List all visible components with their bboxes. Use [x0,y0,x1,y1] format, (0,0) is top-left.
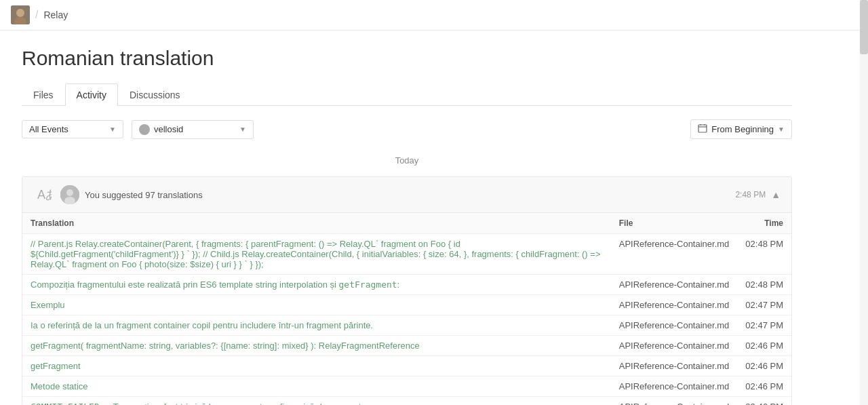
file-cell: APIReference-Container.md [611,377,738,397]
scrollbar-track[interactable] [860,0,868,405]
tab-files[interactable]: Files [22,83,65,106]
activity-user-avatar [60,185,79,204]
translation-link[interactable]: Metode statice [31,381,88,391]
file-cell: APIReference-Container.md [611,295,738,315]
from-filter[interactable]: From Beginning ▼ [690,119,792,139]
date-separator: Today [22,155,792,166]
svg-point-9 [66,189,73,196]
translation-link[interactable]: getFragment [31,361,81,371]
translation-cell[interactable]: getFragment( fragmentName: string, varia… [22,336,611,356]
table-row: Compoziția fragmentului este realizată p… [22,275,791,295]
time-cell: 02:47 PM [737,295,791,315]
scrollbar-thumb[interactable] [860,0,868,54]
file-cell: APIReference-Container.md [611,356,738,377]
breadcrumb-relay[interactable]: Relay [43,9,68,20]
activity-summary: You suggested 97 translations [85,190,735,200]
filters-row: All Events ▼ vellosid ▼ [22,119,792,139]
col-file: File [611,213,738,234]
translations-table: Translation File Time // Parent.js Relay… [22,213,791,405]
col-time: Time [737,213,791,234]
table-row: getFragment( fragmentName: string, varia… [22,336,791,356]
page-title: Romanian translation [22,47,792,70]
translation-link[interactable]: getFragment( fragmentName: string, varia… [31,341,420,351]
activity-group: Aあ You suggested 97 translations 2:48 PM… [22,176,792,405]
translation-cell[interactable]: Metode statice [22,377,611,397]
translation-link[interactable]: Exemplu [31,300,65,310]
file-cell: APIReference-Container.md [611,315,738,336]
translation-link[interactable]: // Parent.js Relay.createContainer(Paren… [31,239,600,269]
user-filter-label: vellosid [154,124,235,134]
translation-cell[interactable]: COMMIT_FAILED — Tranzacția a fost trimis… [22,397,611,406]
svg-point-1 [16,9,24,17]
tab-bar: Files Activity Discussions [22,83,792,106]
activity-section: Today Aあ [22,155,792,405]
time-cell: 02:48 PM [737,275,791,295]
translation-link[interactable]: Compoziția fragmentului este realizată p… [31,279,399,290]
svg-text:Aあ: Aあ [37,188,52,201]
activity-group-header: Aあ You suggested 97 translations 2:48 PM… [22,177,791,213]
user-filter[interactable]: vellosid ▼ [132,120,254,139]
time-cell: 02:46 PM [737,377,791,397]
main-content: Romanian translation Files Activity Disc… [0,31,814,405]
translation-cell[interactable]: // Parent.js Relay.createContainer(Paren… [22,234,611,275]
collapse-icon[interactable]: ▲ [771,189,781,200]
from-filter-wrapper: From Beginning ▼ [690,119,792,139]
table-header-row: Translation File Time [22,213,791,234]
file-cell: APIReference-Container.md [611,234,738,275]
app-container: / Relay Romanian translation Files Activ… [0,0,868,405]
translation-link[interactable]: Ia o referință de la un fragment contain… [31,320,373,330]
avatar [11,5,30,24]
chevron-down-icon: ▼ [109,126,116,133]
table-row: COMMIT_FAILED — Tranzacția a fost trimis… [22,397,791,406]
time-cell: 02:46 PM [737,397,791,406]
activity-time: 2:48 PM [735,190,766,199]
chevron-down-icon: ▼ [778,126,785,133]
translation-icon: Aあ [33,184,55,206]
file-cell: APIReference-Container.md [611,336,738,356]
from-filter-label: From Beginning [711,124,774,134]
table-row: // Parent.js Relay.createContainer(Paren… [22,234,791,275]
time-cell: 02:46 PM [737,336,791,356]
svg-rect-3 [698,125,707,132]
time-cell: 02:46 PM [737,356,791,377]
tab-discussions[interactable]: Discussions [118,83,192,106]
breadcrumb-separator: / [35,9,38,21]
events-filter-label: All Events [29,124,105,134]
chevron-down-icon: ▼ [239,126,246,133]
translation-cell[interactable]: Ia o referință de la un fragment contain… [22,315,611,336]
translation-cell[interactable]: Exemplu [22,295,611,315]
calendar-icon [698,123,707,135]
time-cell: 02:47 PM [737,315,791,336]
translation-link[interactable]: COMMIT_FAILED — Tranzacția a fost trimis… [31,402,363,405]
tab-activity[interactable]: Activity [65,83,118,106]
table-row: Metode staticeAPIReference-Container.md0… [22,377,791,397]
col-translation: Translation [22,213,611,234]
table-row: getFragmentAPIReference-Container.md02:4… [22,356,791,377]
user-avatar-icon [139,124,150,135]
translation-cell[interactable]: getFragment [22,356,611,377]
table-row: Ia o referință de la un fragment contain… [22,315,791,336]
top-bar: / Relay [0,0,868,31]
file-cell: APIReference-Container.md [611,275,738,295]
time-cell: 02:48 PM [737,234,791,275]
table-row: ExempluAPIReference-Container.md02:47 PM [22,295,791,315]
translation-cell[interactable]: Compoziția fragmentului este realizată p… [22,275,611,295]
file-cell: APIReference-Container.md [611,397,738,406]
events-filter[interactable]: All Events ▼ [22,120,123,138]
